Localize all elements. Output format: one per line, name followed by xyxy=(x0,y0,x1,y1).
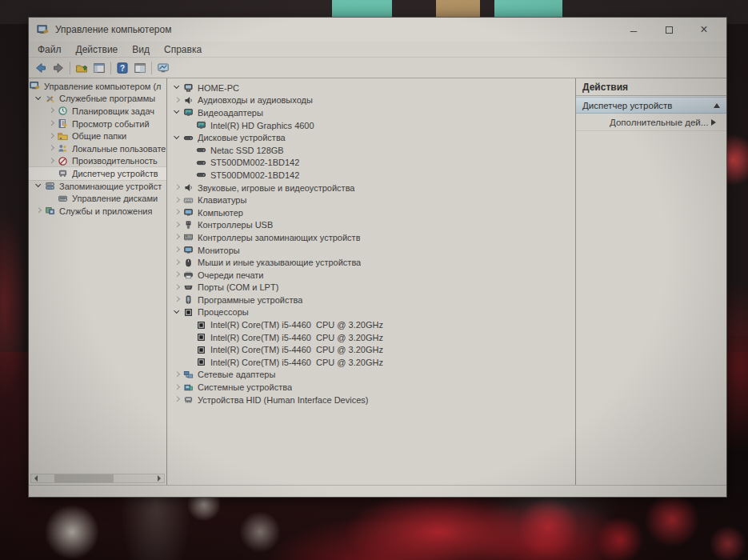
tree-item[interactable]: ST500DM002-1BD142 xyxy=(167,169,575,182)
tree-item[interactable]: Мыши и иные указывающие устройства xyxy=(167,256,575,269)
menu-item-2[interactable]: Вид xyxy=(125,42,157,57)
scrollbar-thumb[interactable] xyxy=(54,474,114,482)
tree-item[interactable]: ST500DM002-1BD142 xyxy=(167,157,575,170)
display-icon xyxy=(195,120,207,130)
tree-item[interactable]: Устройства HID (Human Interface Devices) xyxy=(167,394,575,406)
chevron-down-icon[interactable] xyxy=(172,82,182,93)
tree-item[interactable]: Контроллеры USB xyxy=(167,219,575,232)
tree-item[interactable]: Запоминающие устройст xyxy=(29,180,166,193)
tree-item-label: Netac SSD 128GB xyxy=(210,146,284,155)
chevron-right-icon[interactable] xyxy=(172,195,182,206)
tree-item[interactable]: Видеоадаптеры xyxy=(167,106,575,119)
actions-more-actions[interactable]: Дополнительные дей... xyxy=(576,114,726,131)
tree-item[interactable]: Диспетчер устройств xyxy=(29,167,166,180)
tree-item[interactable]: Управление дисками xyxy=(29,192,166,205)
tree-item[interactable]: Контроллеры запоминающих устройств xyxy=(167,231,575,244)
chevron-right-icon[interactable] xyxy=(172,220,182,230)
tree-item[interactable]: Intel(R) Core(TM) i5-4460 CPU @ 3.20GHz xyxy=(167,343,575,356)
tree-item[interactable]: Системные устройства xyxy=(167,381,575,394)
chevron-placeholder xyxy=(185,145,195,155)
chevron-right-icon[interactable] xyxy=(172,294,182,305)
scroll-right-icon xyxy=(158,475,161,482)
toolbar-separator xyxy=(151,62,152,74)
tree-item[interactable]: Управление компьютером (л xyxy=(29,80,166,93)
tree-item[interactable]: Intel(R) HD Graphics 4600 xyxy=(167,119,575,132)
chevron-right-icon[interactable] xyxy=(172,232,182,242)
chevron-right-icon[interactable] xyxy=(172,182,182,193)
tree-item[interactable]: Мониторы xyxy=(167,244,575,257)
chevron-right-icon[interactable] xyxy=(172,95,182,106)
chevron-right-icon[interactable] xyxy=(46,106,57,116)
maximize-button[interactable] xyxy=(651,18,686,42)
scroll-right-button[interactable] xyxy=(154,474,164,482)
console-window-button[interactable] xyxy=(90,60,108,76)
chevron-right-icon[interactable] xyxy=(46,131,57,142)
minimize-button[interactable]: – xyxy=(616,18,651,42)
chevron-down-icon[interactable] xyxy=(172,107,182,118)
scrollbar-track[interactable] xyxy=(41,474,154,482)
chevron-right-icon[interactable] xyxy=(172,207,182,218)
actions-group-device-manager[interactable]: Диспетчер устройств xyxy=(576,97,726,114)
eventlog-icon xyxy=(57,118,69,129)
help-button[interactable] xyxy=(114,60,131,76)
chevron-right-icon[interactable] xyxy=(172,270,182,280)
chevron-down-icon[interactable] xyxy=(172,307,182,318)
forward-button[interactable] xyxy=(50,60,67,76)
tree-item[interactable]: Очереди печати xyxy=(167,269,575,282)
users-icon xyxy=(57,143,69,154)
tree-item[interactable]: Звуковые, игровые и видеоустройства xyxy=(167,182,575,194)
horizontal-scrollbar[interactable] xyxy=(30,474,165,483)
tree-item[interactable]: Аудиовходы и аудиовыходы xyxy=(167,94,575,107)
chevron-right-icon[interactable] xyxy=(172,258,182,268)
tree-item[interactable]: Intel(R) Core(TM) i5-4460 CPU @ 3.20GHz xyxy=(167,331,575,344)
console-display-button[interactable] xyxy=(154,60,172,76)
chevron-down-icon[interactable] xyxy=(172,133,182,143)
tree-item[interactable]: Клавиатуры xyxy=(167,194,575,206)
printer-icon xyxy=(182,270,194,280)
chevron-right-icon[interactable] xyxy=(172,370,182,380)
properties-window-button[interactable] xyxy=(131,60,149,76)
tree-item[interactable]: HOME-PC xyxy=(167,82,575,94)
tree-item[interactable]: Общие папки xyxy=(29,130,166,142)
back-button[interactable] xyxy=(32,60,50,76)
tree-item[interactable]: Компьютер xyxy=(167,206,575,219)
chevron-right-icon[interactable] xyxy=(46,118,57,129)
titlebar[interactable]: Управление компьютером – × xyxy=(29,18,726,42)
menu-item-0[interactable]: Файл xyxy=(30,42,69,57)
folder-shared-icon xyxy=(57,131,69,142)
audio-icon xyxy=(182,95,194,106)
chevron-right-icon[interactable] xyxy=(172,282,182,293)
tree-item[interactable]: Дисковые устройства xyxy=(167,131,575,144)
tree-item[interactable]: Процессоры xyxy=(167,306,575,319)
chevron-down-icon[interactable] xyxy=(34,181,44,191)
tree-item[interactable]: Программные устройства xyxy=(167,294,575,306)
clock-icon xyxy=(57,106,69,116)
cpu-icon xyxy=(195,320,207,330)
tree-item-label: Мониторы xyxy=(198,246,240,255)
chevron-right-icon[interactable] xyxy=(172,245,182,255)
chevron-down-icon[interactable] xyxy=(34,94,44,104)
tree-item[interactable]: Intel(R) Core(TM) i5-4460 CPU @ 3.20GHz xyxy=(167,318,575,331)
chevron-right-icon[interactable] xyxy=(46,143,57,154)
tree-item[interactable]: Локальные пользовате xyxy=(29,142,166,155)
tree-item[interactable]: Служебные программы xyxy=(29,93,166,106)
tree-item[interactable]: Intel(R) Core(TM) i5-4460 CPU @ 3.20GHz xyxy=(167,356,575,369)
up-folder-button[interactable] xyxy=(73,60,90,76)
tree-item[interactable]: Сетевые адаптеры xyxy=(167,369,575,382)
tree-item[interactable]: Порты (COM и LPT) xyxy=(167,282,575,294)
tree-item[interactable]: Просмотр событий xyxy=(29,118,166,130)
menu-item-1[interactable]: Действие xyxy=(69,42,126,57)
chevron-right-icon[interactable] xyxy=(172,382,182,393)
tree-item-label: Программные устройства xyxy=(198,295,302,305)
tree-item[interactable]: Планировщик задач xyxy=(29,105,166,118)
chevron-right-icon[interactable] xyxy=(172,394,182,405)
chevron-right-icon[interactable] xyxy=(46,156,57,166)
collapse-group-icon[interactable] xyxy=(714,100,720,108)
close-button[interactable]: × xyxy=(686,18,722,42)
tree-item[interactable]: Службы и приложения xyxy=(29,205,166,218)
chevron-right-icon[interactable] xyxy=(34,206,44,216)
scroll-left-button[interactable] xyxy=(31,474,41,482)
tree-item[interactable]: Производительность xyxy=(29,155,166,168)
menu-item-3[interactable]: Справка xyxy=(157,42,209,57)
tree-item[interactable]: Netac SSD 128GB xyxy=(167,144,575,157)
